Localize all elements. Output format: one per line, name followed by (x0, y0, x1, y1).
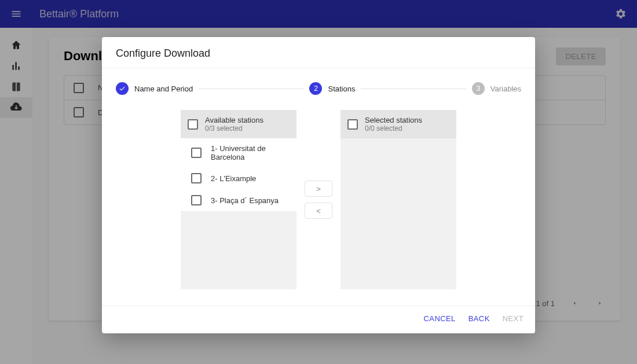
selected-title: Selected stations (365, 116, 422, 124)
move-left-button[interactable]: < (305, 203, 332, 219)
item-label: 1- Universitat de Barcelona (211, 144, 286, 161)
item-checkbox[interactable] (191, 195, 202, 205)
check-icon (116, 82, 129, 95)
next-button: NEXT (503, 314, 523, 323)
step-variables[interactable]: 3 Variables (472, 82, 521, 95)
selected-count: 0/0 selected (365, 124, 422, 133)
available-stations-list: Available stations 0/3 selected 1- Unive… (181, 110, 296, 289)
step-stations[interactable]: 2 Stations (309, 82, 355, 95)
step-name-period[interactable]: Name and Period (116, 82, 193, 95)
list-item[interactable]: 3- Plaça d´ Espanya (181, 189, 296, 211)
cancel-button[interactable]: CANCEL (424, 314, 456, 323)
select-all-available-checkbox[interactable] (188, 119, 198, 130)
available-title: Available stations (205, 116, 263, 124)
item-label: 3- Plaça d´ Espanya (211, 196, 279, 205)
selected-header: Selected stations 0/0 selected (341, 110, 456, 138)
select-all-selected-checkbox[interactable] (347, 119, 358, 130)
back-button[interactable]: BACK (468, 314, 490, 323)
step-divider (199, 89, 303, 89)
step-label: Name and Period (134, 84, 193, 93)
item-checkbox[interactable] (191, 148, 202, 158)
move-right-button[interactable]: > (305, 181, 332, 197)
step-number: 3 (472, 82, 485, 95)
available-count: 0/3 selected (205, 124, 263, 133)
step-label: Stations (328, 84, 355, 93)
configure-download-modal: Configure Download Name and Period 2 Sta… (102, 37, 535, 333)
step-label: Variables (490, 84, 521, 93)
item-label: 2- L'Eixample (211, 174, 256, 183)
step-divider (361, 89, 466, 89)
available-header: Available stations 0/3 selected (181, 110, 296, 138)
selected-stations-list: Selected stations 0/0 selected (341, 110, 456, 289)
list-item[interactable]: 2- L'Eixample (181, 167, 296, 189)
stepper: Name and Period 2 Stations 3 Variables (116, 82, 521, 95)
modal-overlay[interactable]: Configure Download Name and Period 2 Sta… (0, 0, 637, 364)
transfer-controls: > < (305, 110, 332, 289)
modal-title: Configure Download (102, 37, 535, 68)
modal-actions: CANCEL BACK NEXT (102, 306, 535, 333)
transfer-panel: Available stations 0/3 selected 1- Unive… (116, 110, 521, 289)
item-checkbox[interactable] (191, 173, 202, 183)
list-item[interactable]: 1- Universitat de Barcelona (181, 138, 296, 167)
step-number: 2 (309, 82, 322, 95)
